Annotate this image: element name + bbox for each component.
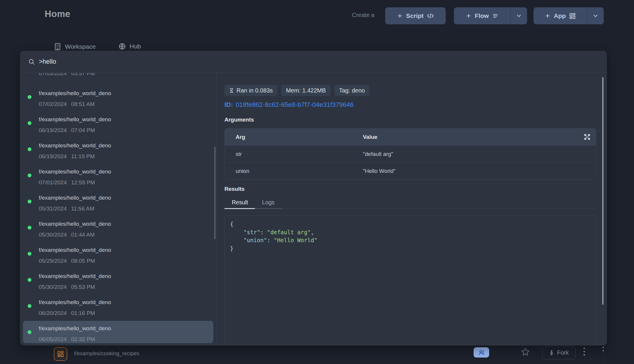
kebab-menu-icon[interactable] <box>583 348 585 357</box>
workspace-tab-label: Workspace <box>65 43 96 50</box>
success-status-dot <box>28 95 31 99</box>
git-fork-icon <box>549 350 554 355</box>
arg-column-header: Arg <box>225 134 363 140</box>
run-date: 06/19/2024 <box>39 127 67 133</box>
overlay-scrollbar[interactable] <box>602 77 603 305</box>
run-list: 07/03/202405:57 PM f/examples/hello_worl… <box>20 73 217 346</box>
run-list-item[interactable]: f/examples/hello_world_deno 06/19/202407… <box>23 112 213 134</box>
run-time: 08:51 AM <box>71 101 95 107</box>
flow-dropdown-button[interactable] <box>511 7 527 24</box>
run-list-item[interactable]: f/examples/hello_world_deno 05/30/202405… <box>23 269 213 291</box>
run-timestamp: 06/19/202411:19 PM <box>39 153 95 160</box>
script-button-label: Script <box>406 12 424 19</box>
argument-value: "Hello World" <box>363 168 596 174</box>
run-path: f/examples/hello_world_deno <box>39 325 111 332</box>
users-icon <box>478 349 485 356</box>
column-divider <box>604 346 604 364</box>
command-palette-overlay: 07/03/202405:57 PM f/examples/hello_worl… <box>20 51 607 346</box>
chevron-down-icon <box>516 13 522 19</box>
expand-table-button[interactable] <box>583 133 591 141</box>
app-button-label: App <box>554 12 566 19</box>
run-list-partial-item[interactable]: 07/03/202405:57 PM <box>23 73 213 77</box>
search-input[interactable] <box>39 51 538 72</box>
arguments-section-label: Arguments <box>224 117 254 123</box>
result-json-box: { "str": "default arg", "union": "Hello … <box>224 215 596 346</box>
overlay-body: 07/03/202405:57 PM f/examples/hello_worl… <box>20 73 607 346</box>
run-timestamp: 05/31/202411:56 AM <box>39 205 94 212</box>
tab-result[interactable]: Result <box>232 199 248 206</box>
run-time: 01:16 PM <box>71 310 95 316</box>
run-list-item[interactable]: f/examples/hello_world_deno 05/31/202411… <box>23 190 213 213</box>
create-flow-button[interactable]: Flow <box>454 7 510 24</box>
app-dropdown-button[interactable] <box>587 7 604 24</box>
run-date: 05/30/2024 <box>39 284 67 290</box>
run-id-row: ID:018fe862-8c62-65e8-b7f7-04e31f379646 <box>224 101 354 109</box>
run-timestamp: 05/29/202408:05 PM <box>39 258 95 264</box>
search-icon <box>28 58 35 65</box>
create-prefix-label: Create a <box>352 12 375 18</box>
run-list-item[interactable]: f/examples/hello_world_deno 06/20/202401… <box>23 295 213 317</box>
success-status-dot <box>28 252 31 256</box>
run-timestamp: 05/30/202405:53 PM <box>39 284 95 290</box>
run-list-item[interactable]: f/examples/hello_world_deno 05/30/202401… <box>23 216 213 239</box>
run-time: 11:56 AM <box>71 205 94 212</box>
create-script-button[interactable]: Script <box>385 7 446 24</box>
tab-workspace[interactable]: Workspace <box>54 43 96 50</box>
shared-users-badge <box>474 347 489 358</box>
success-status-dot <box>28 278 31 282</box>
run-path: f/examples/hello_world_deno <box>39 116 111 123</box>
fork-button-label: Fork <box>557 349 569 356</box>
flow-button-label: Flow <box>475 12 489 19</box>
run-list-item[interactable]: f/examples/hello_world_deno 07/01/202412… <box>23 164 213 186</box>
fork-button[interactable]: Fork <box>542 346 576 359</box>
run-list-item[interactable]: f/examples/hello_world_deno 06/05/202402… <box>23 321 213 343</box>
success-status-dot <box>28 200 31 203</box>
value-column-header: Value <box>363 134 596 140</box>
run-timestamp: 06/20/202401:16 PM <box>39 310 95 316</box>
result-json: { "str": "default arg", "union": "Hello … <box>230 220 591 252</box>
create-script-main[interactable]: Script <box>385 7 446 24</box>
run-time: 05:53 PM <box>71 284 95 290</box>
run-id-value[interactable]: 018fe862-8c62-65e8-b7f7-04e31f379646 <box>236 101 353 108</box>
success-status-dot <box>28 147 31 151</box>
run-timestamp: 06/19/202407:04 PM <box>39 127 95 134</box>
run-detail-panel: Ran in 0.083s Mem: 1.422MB Tag: deno ID:… <box>217 73 607 346</box>
plus-icon <box>545 13 551 19</box>
run-list-scrollbar[interactable] <box>214 147 216 239</box>
arguments-table-body: str "default arg" union "Hello World" <box>225 145 596 179</box>
run-timestamp: 06/05/202402:32 PM <box>39 336 95 343</box>
run-timestamp: 07/03/202405:57 PM <box>39 73 95 77</box>
run-path: f/examples/hello_world_deno <box>39 273 111 279</box>
globe-icon <box>119 43 126 50</box>
run-badges: Ran in 0.083s Mem: 1.422MB Tag: deno <box>224 85 370 96</box>
run-list-item[interactable]: f/examples/hello_world_deno 06/19/202411… <box>23 138 213 160</box>
active-tab-underline <box>224 208 255 209</box>
success-status-dot <box>28 121 31 125</box>
page-title: Home <box>45 9 70 19</box>
search-bar <box>20 51 607 73</box>
run-time: 01:44 AM <box>71 232 95 238</box>
tag-badge: Tag: deno <box>334 85 370 96</box>
run-list-item[interactable]: f/examples/hello_world_deno 05/29/202408… <box>23 242 213 265</box>
maximize-icon <box>583 133 591 141</box>
run-time: 11:19 PM <box>71 153 95 159</box>
run-timestamp: 05/30/202401:44 AM <box>39 232 95 238</box>
argument-row: str "default arg" <box>225 145 596 162</box>
tab-hub[interactable]: Hub <box>119 43 141 50</box>
duration-badge-label: Ran in 0.083s <box>237 87 273 94</box>
run-time: 12:59 PM <box>71 179 95 186</box>
run-list-item[interactable]: f/examples/hello_world_deno 07/02/202408… <box>23 86 213 108</box>
app-item-path[interactable]: f/examples/cooking_recipes <box>74 350 139 357</box>
run-timestamp: 07/02/202408:51 AM <box>39 101 95 107</box>
tab-logs[interactable]: Logs <box>262 199 274 206</box>
app-item-icon[interactable] <box>54 347 67 361</box>
run-path: f/examples/hello_world_deno <box>39 221 111 227</box>
arguments-table: Arg Value str "default arg" union "Hello… <box>224 128 596 180</box>
results-section-label: Results <box>224 186 245 192</box>
run-path: f/examples/hello_world_deno <box>39 168 111 175</box>
run-date: 07/02/2024 <box>39 101 67 107</box>
favorite-star-icon[interactable] <box>521 347 530 356</box>
run-date: 06/05/2024 <box>39 336 67 342</box>
run-date: 06/19/2024 <box>39 153 67 159</box>
create-app-button[interactable]: App <box>534 7 587 24</box>
